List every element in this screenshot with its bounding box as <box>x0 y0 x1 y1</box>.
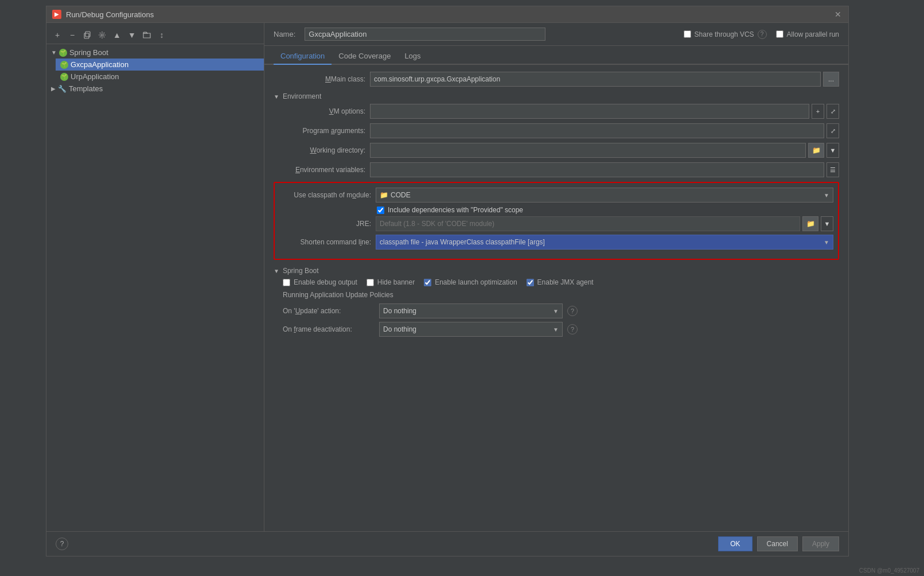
name-label: Name: <box>274 30 295 38</box>
toolbar: + − ▲ ▼ ↕ <box>46 26 264 44</box>
working-dir-input[interactable] <box>370 143 806 158</box>
spring-boot-arrow: ▼ <box>51 49 57 56</box>
folder-button[interactable] <box>141 29 153 41</box>
config-body: MMain class: ... ▼ Environment VM option… <box>264 65 848 348</box>
include-deps-checkbox[interactable] <box>377 207 384 214</box>
shorten-cmd-row: Shorten command line: classpath file - j… <box>279 235 833 250</box>
working-dir-label: Working directory: <box>274 146 365 154</box>
urp-icon: 🌱 <box>60 73 68 81</box>
close-button[interactable]: ✕ <box>833 10 843 19</box>
module-folder-icon: 📁 <box>380 191 388 199</box>
include-deps-label: Include dependencies with "Provided" sco… <box>388 206 523 214</box>
app-icon: ▶ <box>52 10 61 19</box>
classpath-module-select[interactable]: 📁 CODE ▼ <box>376 188 833 203</box>
env-vars-expand-button[interactable]: ☰ <box>826 162 839 177</box>
svg-point-2 <box>101 34 103 36</box>
shorten-cmd-select[interactable]: classpath file - java WrapperClass class… <box>376 235 833 250</box>
on-update-select[interactable]: Do nothing ▼ <box>379 303 563 318</box>
spring-boot-section-arrow: ▼ <box>274 268 279 274</box>
title-bar-left: ▶ Run/Debug Configurations <box>52 10 154 19</box>
jre-dropdown-button[interactable]: ▼ <box>821 216 833 231</box>
env-vars-label: Environment variables: <box>274 166 365 174</box>
down-button[interactable]: ▼ <box>126 29 138 41</box>
jre-label: JRE: <box>279 220 371 228</box>
on-update-arrow: ▼ <box>553 308 559 314</box>
shorten-value: classpath file - java WrapperClass class… <box>380 238 545 246</box>
vm-options-add-button[interactable]: + <box>812 104 824 119</box>
tree-spring-boot-parent[interactable]: ▼ 🌱 Spring Boot <box>46 46 264 59</box>
tab-configuration[interactable]: Configuration <box>274 48 332 65</box>
enable-debug-checkbox[interactable] <box>283 279 290 286</box>
module-dropdown-arrow: ▼ <box>824 192 829 199</box>
bottom-left: ? <box>56 538 68 550</box>
vm-options-input[interactable] <box>370 104 809 119</box>
remove-button[interactable]: − <box>66 29 79 41</box>
working-dir-row: Working directory: 📁 ▼ <box>274 143 839 158</box>
on-frame-arrow: ▼ <box>553 326 559 333</box>
working-dir-input-group: 📁 ▼ <box>370 143 839 158</box>
env-vars-input[interactable] <box>370 162 824 177</box>
templates-label: Templates <box>69 84 103 93</box>
share-help-icon[interactable]: ? <box>758 30 767 39</box>
shorten-dropdown-arrow: ▼ <box>824 239 829 246</box>
on-update-value: Do nothing <box>383 307 416 315</box>
jre-browse-button[interactable]: 📁 <box>802 216 818 231</box>
program-args-input[interactable] <box>370 123 824 138</box>
program-args-expand-button[interactable]: ⤢ <box>826 123 839 138</box>
up-button[interactable]: ▲ <box>111 29 123 41</box>
copy-button[interactable] <box>81 29 93 41</box>
tab-code-coverage[interactable]: Code Coverage <box>332 48 397 65</box>
watermark: CSDN @m0_49527007 <box>859 567 919 574</box>
environment-label: Environment <box>283 92 321 100</box>
tree-gxcpa-item[interactable]: 🌱 GxcpaApplication <box>56 59 264 71</box>
tree-templates-item[interactable]: ▶ 🔧 Templates <box>46 83 264 95</box>
apply-button[interactable]: Apply <box>802 536 839 551</box>
share-vcs-label: Share through VCS ? <box>684 30 767 39</box>
name-input[interactable] <box>305 28 545 41</box>
on-frame-help[interactable]: ? <box>567 324 578 334</box>
enable-jmx-label: Enable JMX agent <box>527 278 594 286</box>
sort-button[interactable]: ↕ <box>155 29 168 41</box>
enable-launch-checkbox[interactable] <box>424 279 431 286</box>
enable-jmx-checkbox[interactable] <box>527 279 534 286</box>
working-dir-browse-button[interactable]: 📁 <box>808 143 824 158</box>
on-frame-value: Do nothing <box>383 325 416 333</box>
tree-urp-item[interactable]: 🌱 UrpApplication <box>56 71 264 83</box>
spring-boot-section-header[interactable]: ▼ Spring Boot <box>274 267 839 275</box>
top-bar: Name: Share through VCS ? Allow parallel… <box>264 23 848 46</box>
add-button[interactable]: + <box>51 29 64 41</box>
vm-options-input-group: + ⤢ <box>370 104 839 119</box>
classpath-module-label: Use classpath of module: <box>279 191 371 199</box>
settings-button[interactable] <box>96 29 108 41</box>
jre-row: JRE: 📁 ▼ <box>279 216 833 231</box>
main-class-browse-button[interactable]: ... <box>823 72 839 87</box>
on-update-help[interactable]: ? <box>567 306 578 316</box>
main-class-row: MMain class: ... <box>274 72 839 87</box>
on-frame-select[interactable]: Do nothing ▼ <box>379 322 563 337</box>
shorten-cmd-label: Shorten command line: <box>279 238 371 246</box>
main-content: + − ▲ ▼ ↕ ▼ 🌱 Spring Boot <box>46 23 848 531</box>
vm-options-expand-button[interactable]: ⤢ <box>826 104 839 119</box>
module-value: CODE <box>391 191 411 199</box>
working-dir-dropdown-button[interactable]: ▼ <box>826 143 839 158</box>
tab-logs[interactable]: Logs <box>397 48 427 65</box>
ok-button[interactable]: OK <box>718 536 752 551</box>
environment-section-header[interactable]: ▼ Environment <box>274 92 839 100</box>
classpath-module-row: Use classpath of module: 📁 CODE ▼ <box>279 188 833 203</box>
spring-boot-section-label: Spring Boot <box>283 267 319 275</box>
main-class-input[interactable] <box>370 72 821 87</box>
hide-banner-checkbox[interactable] <box>367 279 374 286</box>
cancel-button[interactable]: Cancel <box>757 536 798 551</box>
help-button[interactable]: ? <box>56 538 68 550</box>
env-vars-row: Environment variables: ☰ <box>274 162 839 177</box>
spring-boot-section: ▼ Spring Boot Enable debug output Hide b… <box>274 267 839 337</box>
jre-input <box>376 216 800 231</box>
share-vcs-checkbox[interactable] <box>684 30 691 38</box>
run-debug-dialog: ▶ Run/Debug Configurations ✕ + − ▲ ▼ <box>46 6 849 556</box>
policies-section: Running Application Update Policies On '… <box>274 291 839 337</box>
enable-launch-label: Enable launch optimization <box>424 278 517 286</box>
bottom-right: OK Cancel Apply <box>718 536 839 551</box>
on-update-label: On 'Update' action: <box>283 307 375 315</box>
spring-icon: 🌱 <box>59 49 67 57</box>
parallel-run-checkbox[interactable] <box>776 30 783 38</box>
